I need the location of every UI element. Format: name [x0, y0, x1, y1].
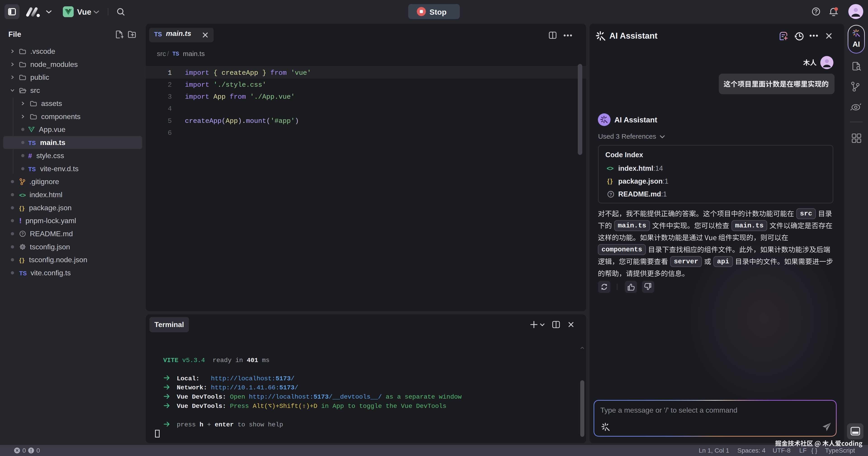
svg-text:?: ? — [610, 192, 612, 197]
svg-text:?: ? — [814, 8, 818, 15]
svg-text:?: ? — [22, 232, 24, 236]
